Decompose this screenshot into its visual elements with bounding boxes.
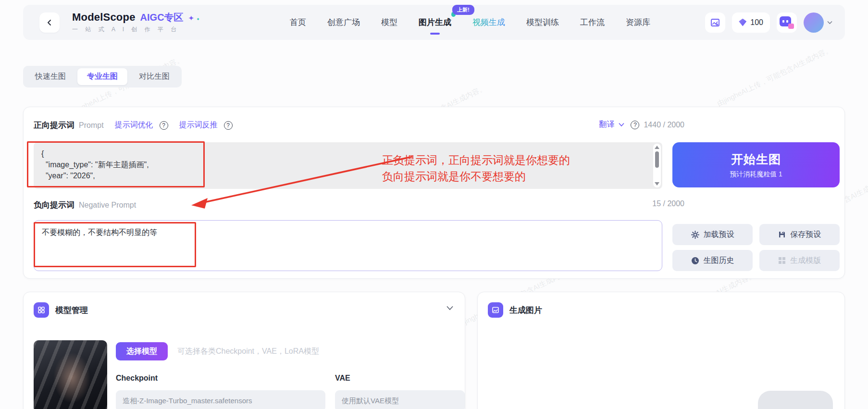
prompt-reverse-link[interactable]: 提示词反推 [179, 120, 218, 130]
save-icon [778, 231, 786, 238]
select-model-button[interactable]: 选择模型 [116, 342, 168, 360]
nav-models[interactable]: 模型 [381, 17, 397, 28]
output-panel-title: 生成图片 [509, 305, 542, 316]
nav-resources[interactable]: 资源库 [626, 17, 650, 28]
top-actions: 100 [705, 5, 832, 40]
checkpoint-value: 造相-Z-Image-Turbo_master.safetensors [123, 397, 252, 406]
nav-creative-plaza[interactable]: 创意广场 [327, 17, 360, 28]
generate-button-label: 开始生图 [731, 151, 781, 167]
prompt-char-counter: 1440 / 2000 [644, 121, 684, 129]
nav-model-training[interactable]: 模型训练 [526, 17, 559, 28]
chevron-down-icon [827, 21, 832, 25]
translate-link[interactable]: 翻译 [599, 120, 614, 130]
output-panel-header: 生成图片 [488, 302, 542, 318]
active-nav-underline [430, 33, 440, 35]
credit-diamond-icon [739, 19, 746, 26]
nav-home[interactable]: 首页 [290, 17, 306, 28]
vae-label: VAE [335, 374, 350, 383]
nav-video-generation-label: 视频生成 [472, 18, 505, 27]
tab-quick-generate[interactable]: 快速生图 [25, 68, 75, 85]
logo[interactable]: ModelScope AIGC专区 ✦ ✦ 一 站 式 A I 创 作 平 台 [72, 11, 200, 34]
clock-icon [691, 257, 699, 265]
prompt-label: 正向提示词 [34, 120, 74, 131]
prompt-label-en: Prompt [79, 121, 104, 130]
collapse-chevron-icon[interactable] [446, 306, 453, 310]
brand-name: ModelScope [72, 11, 136, 24]
page: 由jingheAI上传，可能包含AI生成内容。 由jingheAI上传，可能包含… [0, 0, 868, 409]
brand-tagline: 一 站 式 A I 创 作 平 台 [72, 25, 200, 34]
prompt-optimize-link[interactable]: 提示词优化 [115, 120, 153, 130]
back-button[interactable] [39, 12, 60, 33]
save-preset-button[interactable]: 保存预设 [759, 224, 840, 245]
model-management-panel: 模型管理 选择模型 可选择各类Checkpoint，VAE，LoRA模型 Che… [23, 292, 465, 409]
checkpoint-select[interactable]: 造相-Z-Image-Turbo_master.safetensors [116, 390, 325, 409]
image-panel-icon [488, 302, 503, 318]
model-panel-header[interactable]: 模型管理 [34, 302, 88, 318]
negative-char-counter: 15 / 2000 [652, 199, 684, 208]
nav-image-generation-label: 图片生成 [419, 18, 451, 27]
preset-actions: 加载预设 保存预设 生图历史 [672, 224, 840, 271]
prompt-scrollbar[interactable] [653, 144, 661, 187]
avatar[interactable] [804, 12, 824, 33]
negative-prompt-label: 负向提示词 [34, 199, 74, 211]
nav-video-generation[interactable]: 视频生成 上新! [472, 17, 505, 28]
scrollbar-thumb[interactable] [655, 151, 659, 168]
main-nav: 首页 创意广场 模型 图片生成 视频生成 上新! 模型训练 工作流 资源库 [290, 5, 650, 40]
prompt-line: "image_type": "新年主题插画", [41, 159, 648, 170]
tab-compare-generate[interactable]: 对比生图 [129, 68, 179, 85]
watermark-text: 由jingheAI上传，可能包含AI生成内容。 [716, 45, 833, 109]
load-preset-button[interactable]: 加载预设 [672, 224, 753, 245]
model-select-hint: 可选择各类Checkpoint，VAE，LoRA模型 [177, 347, 319, 357]
prompt-line: "year": "2026", [41, 170, 648, 181]
generation-template-label: 生成模版 [790, 256, 821, 266]
prompt-header: 正向提示词 Prompt 提示词优化 ? 提示词反推 ? [34, 120, 233, 131]
top-bar: ModelScope AIGC专区 ✦ ✦ 一 站 式 A I 创 作 平 台 … [23, 5, 845, 40]
generated-images-panel: 生成图片 [477, 292, 845, 409]
negative-prompt-textarea[interactable]: 不要模糊的，不要结构不明显的等 [34, 220, 662, 271]
image-tool-button[interactable] [705, 12, 725, 33]
generation-history-button[interactable]: 生图历史 [672, 250, 753, 271]
credit-amount: 100 [750, 18, 763, 27]
new-badge: 上新! [452, 5, 474, 15]
model-panel-title: 模型管理 [55, 305, 88, 316]
sparkle-small-icon: ✦ [196, 17, 200, 22]
gear-icon [691, 231, 699, 239]
image-sparkle-icon [710, 17, 720, 28]
negative-prompt-header: 负向提示词 Negative Prompt [34, 199, 136, 211]
model-thumbnail[interactable] [34, 340, 107, 409]
generate-cost-note: 预计消耗魔粒值 1 [730, 170, 782, 179]
vae-select[interactable]: 使用默认VAE模型 [335, 390, 465, 409]
save-preset-label: 保存预设 [790, 230, 821, 240]
reverse-help-icon[interactable]: ? [224, 121, 233, 130]
user-menu[interactable] [804, 12, 832, 33]
chat-bubble-icon [780, 16, 794, 29]
prompt-card: 正向提示词 Prompt 提示词优化 ? 提示词反推 ? 翻译 ? 1440 /… [23, 107, 845, 279]
grid-icon [778, 257, 786, 264]
credits-balance[interactable]: 100 [732, 12, 770, 33]
nav-image-generation[interactable]: 图片生成 [419, 17, 451, 28]
chat-assistant-button[interactable] [777, 12, 797, 33]
generate-button[interactable]: 开始生图 预计消耗魔粒值 1 [672, 142, 840, 187]
negative-prompt-label-en: Negative Prompt [79, 201, 136, 210]
optimize-help-icon[interactable]: ? [160, 121, 168, 130]
empty-state-illustration [758, 391, 833, 409]
load-preset-label: 加载预设 [704, 230, 734, 240]
translate-chevron-icon[interactable] [619, 123, 624, 127]
prompt-textarea[interactable]: { "image_type": "新年主题插画", "year": "2026"… [34, 142, 662, 189]
generation-mode-tabs: 快速生图 专业生图 对比生图 [23, 66, 182, 87]
model-grid-icon [34, 302, 49, 318]
tab-pro-generate[interactable]: 专业生图 [77, 68, 127, 85]
chevron-left-icon [46, 19, 53, 26]
generation-template-button[interactable]: 生成模版 [759, 250, 840, 271]
brand-zone-label: AIGC专区 [140, 11, 184, 24]
scroll-down-icon[interactable] [655, 182, 659, 186]
translate-help-icon[interactable]: ? [631, 121, 639, 129]
generation-history-label: 生图历史 [704, 256, 734, 266]
prompt-line: { [41, 148, 648, 159]
scroll-up-icon[interactable] [655, 146, 659, 149]
sparkle-icon: ✦ [188, 14, 195, 23]
vae-value: 使用默认VAE模型 [342, 397, 399, 406]
checkpoint-label: Checkpoint [116, 374, 158, 383]
nav-workflow[interactable]: 工作流 [580, 17, 605, 28]
negative-prompt-value: 不要模糊的，不要结构不明显的等 [42, 228, 157, 236]
